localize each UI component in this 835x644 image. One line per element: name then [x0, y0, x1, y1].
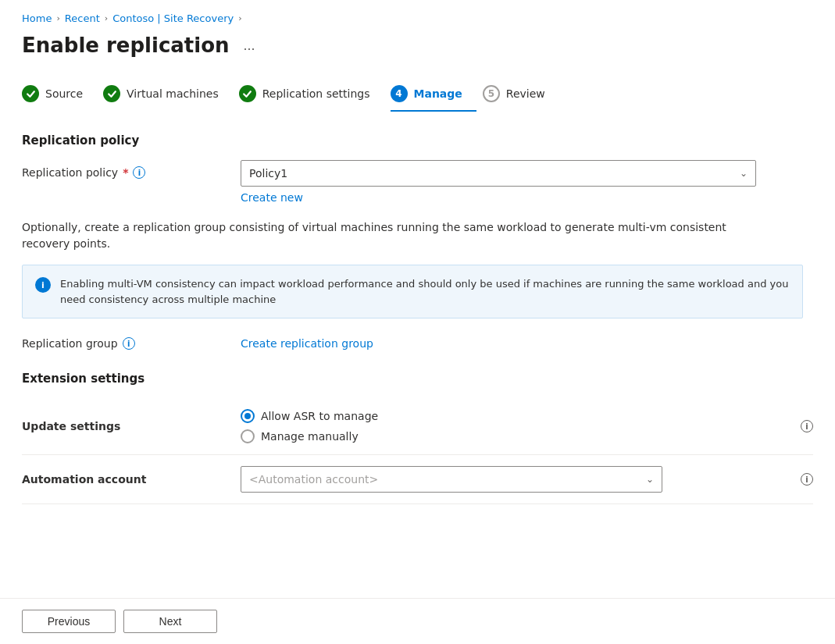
- breadcrumb-sep-1: ›: [56, 13, 59, 23]
- ellipsis-button[interactable]: ...: [239, 36, 260, 55]
- footer: Previous Next: [0, 598, 835, 644]
- update-settings-control: Allow ASR to manage Manage manually: [241, 409, 801, 443]
- replication-group-label: Replication group: [22, 337, 118, 350]
- info-box-text: Enabling multi-VM consistency can impact…: [60, 276, 790, 307]
- automation-account-info-icon[interactable]: i: [801, 473, 813, 486]
- required-indicator: *: [123, 166, 128, 179]
- breadcrumb-recent[interactable]: Recent: [65, 12, 100, 24]
- replication-policy-chevron: ⌄: [740, 168, 748, 179]
- replication-policy-value: Policy1: [249, 167, 287, 180]
- breadcrumb-sep-3: ›: [238, 13, 241, 23]
- step-source[interactable]: Source: [22, 79, 97, 112]
- radio-allow-asr[interactable]: Allow ASR to manage: [241, 409, 801, 423]
- create-replication-group-link[interactable]: Create replication group: [241, 337, 373, 350]
- step-manage-label: Manage: [414, 87, 462, 100]
- page-title: Enable replication: [22, 34, 230, 57]
- breadcrumb-current[interactable]: Contoso | Site Recovery: [112, 12, 234, 24]
- info-box: i Enabling multi-VM consistency can impa…: [22, 265, 803, 318]
- automation-account-label: Automation account: [22, 473, 241, 486]
- step-replication-settings[interactable]: Replication settings: [239, 79, 384, 112]
- step-review[interactable]: 5 Review: [483, 79, 559, 112]
- automation-account-placeholder: <Automation account>: [249, 473, 378, 486]
- replication-policy-row: Replication policy * i Policy1 ⌄ Create …: [22, 160, 813, 204]
- breadcrumb: Home › Recent › Contoso | Site Recovery …: [22, 12, 813, 24]
- replication-group-row: Replication group i Create replication g…: [22, 337, 813, 350]
- next-button[interactable]: Next: [123, 610, 217, 633]
- step-vm-check: [103, 85, 120, 102]
- step-manage-circle: 4: [391, 85, 408, 102]
- automation-account-row: Automation account <Automation account> …: [22, 455, 813, 504]
- step-rep-label: Replication settings: [262, 87, 370, 100]
- radio-allow-asr-label: Allow ASR to manage: [261, 410, 378, 422]
- radio-allow-asr-circle: [241, 409, 255, 423]
- previous-button[interactable]: Previous: [22, 610, 116, 633]
- automation-account-control-row: <Automation account> ⌄ i: [241, 466, 813, 493]
- radio-options-group: Allow ASR to manage Manage manually: [241, 409, 801, 443]
- radio-manage-manually-circle: [241, 429, 255, 443]
- description-text: Optionally, create a replication group c…: [22, 219, 772, 252]
- replication-policy-info-icon[interactable]: i: [133, 166, 145, 179]
- update-settings-info-icon[interactable]: i: [801, 420, 813, 432]
- replication-group-info-icon[interactable]: i: [123, 337, 135, 350]
- replication-policy-dropdown[interactable]: Policy1 ⌄: [241, 160, 756, 187]
- step-vm-label: Virtual machines: [127, 87, 219, 100]
- update-settings-label: Update settings: [22, 420, 241, 432]
- breadcrumb-home[interactable]: Home: [22, 12, 52, 24]
- step-review-circle: 5: [483, 85, 500, 102]
- info-box-icon: i: [35, 277, 51, 293]
- radio-manage-manually[interactable]: Manage manually: [241, 429, 801, 443]
- replication-policy-control: Policy1 ⌄ Create new: [241, 160, 813, 204]
- breadcrumb-sep-2: ›: [105, 13, 108, 23]
- automation-account-chevron: ⌄: [646, 474, 654, 485]
- extension-settings-title: Extension settings: [22, 372, 813, 386]
- replication-group-label-container: Replication group i: [22, 337, 241, 350]
- step-source-label: Source: [45, 87, 83, 100]
- update-settings-row: Update settings Allow ASR to manage Mana…: [22, 398, 813, 455]
- step-rep-check: [239, 85, 256, 102]
- step-review-label: Review: [506, 87, 545, 100]
- create-new-link[interactable]: Create new: [241, 191, 303, 204]
- step-virtual-machines[interactable]: Virtual machines: [103, 79, 233, 112]
- step-manage[interactable]: 4 Manage: [391, 79, 476, 112]
- replication-policy-label-container: Replication policy * i: [22, 160, 241, 179]
- automation-account-dropdown[interactable]: <Automation account> ⌄: [241, 466, 662, 493]
- steps-navigation: Source Virtual machines Replication sett…: [22, 79, 813, 112]
- replication-policy-label: Replication policy: [22, 166, 118, 179]
- step-source-check: [22, 85, 39, 102]
- content-area: Replication policy Replication policy * …: [22, 133, 813, 520]
- replication-policy-title: Replication policy: [22, 133, 813, 148]
- radio-manage-manually-label: Manage manually: [261, 430, 359, 443]
